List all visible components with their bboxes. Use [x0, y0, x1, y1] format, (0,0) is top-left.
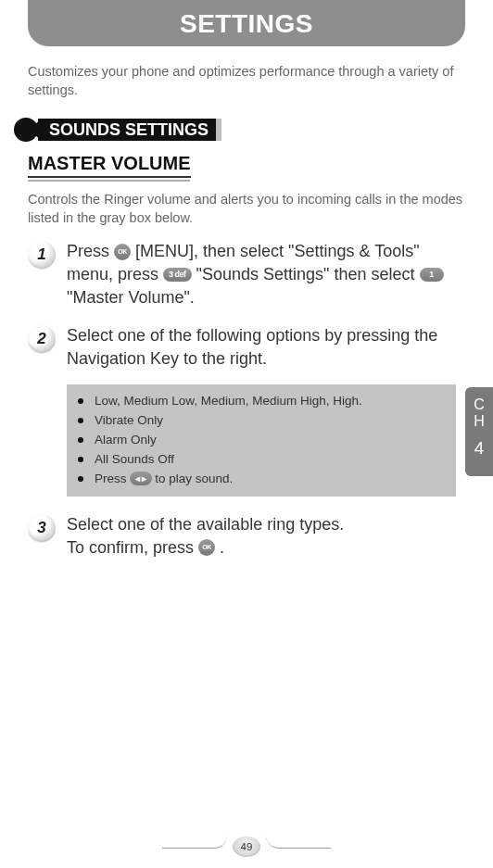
text-fragment: Select one of the available ring types. [67, 515, 344, 534]
step-3: 3 Select one of the available ring types… [28, 513, 465, 560]
step-1-text: Press OK [MENU], then select "Settings &… [67, 240, 465, 308]
section-label-shadow [216, 119, 221, 141]
text-fragment: "Master Volume". [67, 288, 195, 307]
chapter-letter: H [474, 413, 485, 429]
header-bar: SETTINGS [28, 0, 465, 46]
step-2-text: Select one of the following options by p… [67, 324, 465, 371]
text-fragment: . [220, 538, 224, 557]
chapter-number: 4 [465, 438, 493, 459]
text-fragment: "Sounds Settings" then select [196, 265, 420, 283]
chapter-letter: C [474, 396, 485, 412]
text-fragment: Press [95, 472, 130, 485]
step-badge: 2 [28, 325, 56, 353]
option-item: Alarm Only [78, 431, 445, 450]
footer-decor-left [162, 836, 227, 849]
nav-key-icon: ◂ ▸ [130, 472, 151, 485]
footer-decor-right [266, 836, 331, 849]
section-label: SOUNDS SETTINGS [38, 119, 216, 141]
section-header: SOUNDS SETTINGS [14, 118, 493, 142]
page-number: 49 [233, 837, 260, 857]
arrow-icon: ◂ ▸ [135, 474, 145, 484]
step-3-text: Select one of the available ring types. … [67, 513, 465, 560]
intro-text: Customizes your phone and optimizes perf… [28, 63, 465, 99]
sub-intro-text: Controls the Ringer volume and alerts yo… [28, 191, 465, 227]
key-3-icon: 3 def [163, 268, 192, 282]
step-1: 1 Press OK [MENU], then select "Settings… [28, 240, 465, 308]
subheading-row: MASTER VOLUME [28, 153, 465, 182]
option-item: Press ◂ ▸ to play sound. [78, 470, 445, 489]
subheading: MASTER VOLUME [28, 153, 191, 178]
step-badge: 1 [28, 241, 56, 269]
chapter-tab: C H 4 [465, 387, 493, 476]
page-footer: 49 [162, 837, 331, 857]
step-badge: 3 [28, 514, 56, 542]
step-2: 2 Select one of the following options by… [28, 324, 465, 371]
section-bullet-icon [14, 118, 38, 142]
text-fragment: to play sound. [155, 472, 233, 485]
option-item: Vibrate Only [78, 411, 445, 431]
subheading-underline [28, 180, 190, 182]
options-box: Low, Medium Low, Medium, Medium High, Hi… [67, 384, 456, 497]
text-fragment: To confirm, press [67, 538, 198, 557]
option-item: All Sounds Off [78, 450, 445, 470]
option-item: Low, Medium Low, Medium, Medium High, Hi… [78, 392, 445, 411]
key-1-icon: 1 [420, 268, 444, 282]
page-title: SETTINGS [28, 9, 465, 39]
ok-key-icon: OK [114, 244, 131, 260]
text-fragment: Press [67, 242, 114, 260]
ok-key-icon: OK [198, 539, 215, 556]
